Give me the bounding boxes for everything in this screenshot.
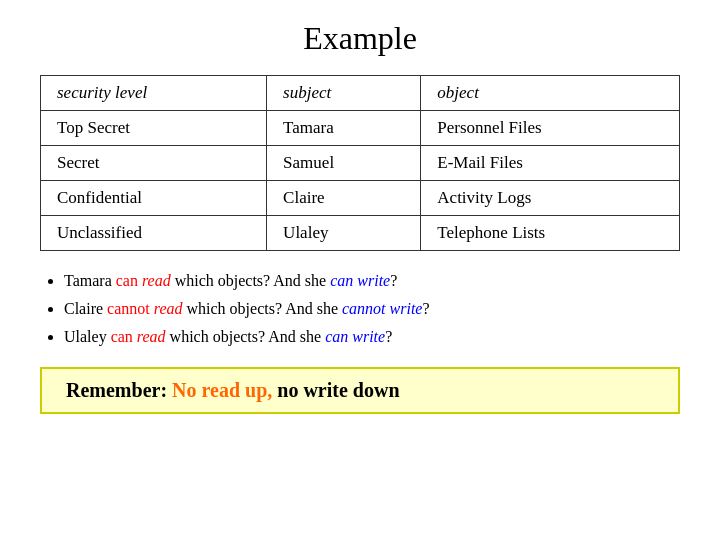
security-table: security level subject object Top Secret… (40, 75, 680, 251)
header-security: security level (41, 76, 267, 111)
cell-subject-1: Tamara (267, 111, 421, 146)
header-subject: subject (267, 76, 421, 111)
header-object: object (421, 76, 680, 111)
remember-black: no write down (272, 379, 399, 401)
bullet-tamara-suffix: ? (390, 272, 397, 289)
bullet-ulaley: Ulaley can read which objects? And she c… (64, 325, 680, 349)
bullet-claire-mid: which objects? And she (182, 300, 342, 317)
page-title: Example (303, 20, 417, 57)
cell-object-4: Telephone Lists (421, 216, 680, 251)
table-row: Confidential Claire Activity Logs (41, 181, 680, 216)
cell-security-level-2: Secret (41, 146, 267, 181)
table-row: Unclassified Ulaley Telephone Lists (41, 216, 680, 251)
remember-orange: No read up, (172, 379, 272, 401)
table-header-row: security level subject object (41, 76, 680, 111)
table-row: Secret Samuel E-Mail Files (41, 146, 680, 181)
cell-security-level-3: Confidential (41, 181, 267, 216)
cell-object-1: Personnel Files (421, 111, 680, 146)
cell-security-level-4: Unclassified (41, 216, 267, 251)
cell-security-level-1: Top Secret (41, 111, 267, 146)
bullet-ulaley-can-write: can write (325, 328, 385, 345)
bullet-section: Tamara can read which objects? And she c… (40, 269, 680, 353)
bullet-claire-name: Claire (64, 300, 107, 317)
bullet-ulaley-mid: which objects? And she (166, 328, 326, 345)
bullet-tamara-can-read: can read (116, 272, 171, 289)
table-row: Top Secret Tamara Personnel Files (41, 111, 680, 146)
cell-subject-3: Claire (267, 181, 421, 216)
bullet-ulaley-suffix: ? (385, 328, 392, 345)
bullet-claire-suffix: ? (422, 300, 429, 317)
bullet-tamara-mid: which objects? And she (171, 272, 331, 289)
cell-object-3: Activity Logs (421, 181, 680, 216)
remember-prefix: Remember: (66, 379, 172, 401)
bullet-claire-cannot-read: cannot read (107, 300, 182, 317)
cell-object-2: E-Mail Files (421, 146, 680, 181)
bullet-claire: Claire cannot read which objects? And sh… (64, 297, 680, 321)
bullet-ulaley-can-read: can read (111, 328, 166, 345)
bullet-tamara: Tamara can read which objects? And she c… (64, 269, 680, 293)
bullet-tamara-name: Tamara (64, 272, 116, 289)
bullet-ulaley-name: Ulaley (64, 328, 111, 345)
bullet-tamara-can-write: can write (330, 272, 390, 289)
remember-box: Remember: No read up, no write down (40, 367, 680, 414)
cell-subject-2: Samuel (267, 146, 421, 181)
cell-subject-4: Ulaley (267, 216, 421, 251)
bullet-claire-cannot-write: cannot write (342, 300, 422, 317)
